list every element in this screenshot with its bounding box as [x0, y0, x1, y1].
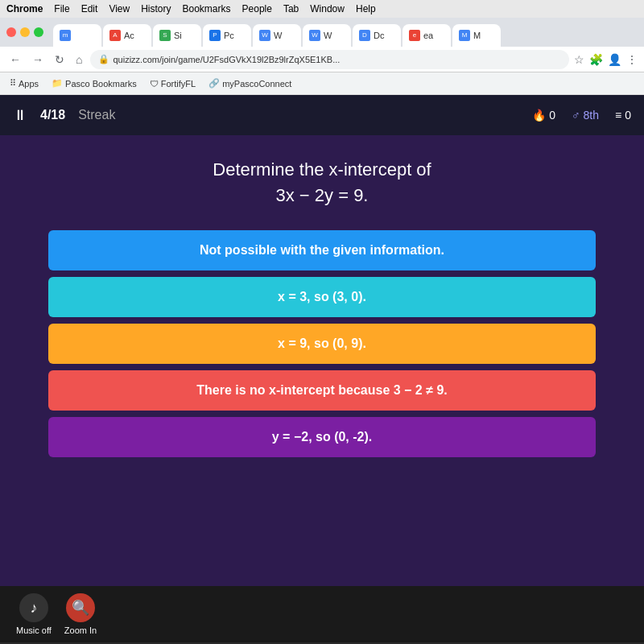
- tab-icon-w2: W: [309, 30, 320, 41]
- bookmark-pasco[interactable]: 📁 Pasco Bookmarks: [48, 76, 140, 90]
- fortify-label: FortifyFL: [161, 79, 196, 89]
- tab-icon-pc: P: [209, 30, 221, 41]
- tab-pc[interactable]: P Pc: [203, 24, 251, 47]
- answers-container: Not possible with the given information.…: [48, 230, 596, 457]
- pause-button[interactable]: ⏸: [13, 107, 27, 124]
- apps-icon: ⠿: [10, 78, 16, 89]
- maximize-button[interactable]: [34, 27, 43, 37]
- app-name: Chrome: [6, 3, 43, 14]
- tab-icon-dc: D: [359, 30, 370, 41]
- chrome-titlebar: m A Ac S Si P Pc W W W W D: [0, 18, 644, 47]
- tab-m[interactable]: m: [53, 24, 101, 47]
- menu-edit[interactable]: Edit: [81, 3, 98, 14]
- score-value: 0: [625, 109, 631, 122]
- tab-ac[interactable]: A Ac: [103, 24, 151, 47]
- answer-button-c[interactable]: x = 9, so (0, 9).: [48, 324, 596, 364]
- bottom-bar: ♪ Music off 🔍 Zoom In: [0, 586, 644, 642]
- bookmark-fortify[interactable]: 🛡 FortifyFL: [147, 77, 199, 90]
- tab-m2[interactable]: M M: [452, 24, 501, 47]
- star-icon[interactable]: ☆: [574, 53, 584, 66]
- bookmark-apps[interactable]: ⠿ Apps: [6, 76, 42, 90]
- tab-si[interactable]: S Si: [153, 24, 201, 47]
- answer-button-e[interactable]: y = −2, so (0, -2).: [48, 417, 596, 457]
- menu-bookmarks[interactable]: Bookmarks: [183, 3, 231, 14]
- grade-text: 8th: [584, 109, 599, 122]
- zoom-wrapper: 🔍 Zoom In: [64, 593, 97, 635]
- answer-button-a[interactable]: Not possible with the given information.: [48, 230, 596, 270]
- fortify-icon: 🛡: [150, 79, 159, 89]
- streak-icon: 🔥: [532, 109, 546, 122]
- folder-icon: 📁: [52, 78, 63, 89]
- address-bar: ← → ↻ ⌂ 🔒 quizizz.com/join/game/U2FsdGVk…: [0, 47, 644, 72]
- reload-button[interactable]: ↻: [52, 52, 68, 68]
- menu-help[interactable]: Help: [356, 3, 376, 14]
- address-icons: ☆ 🧩 👤 ⋮: [574, 53, 638, 66]
- close-button[interactable]: [6, 27, 16, 37]
- quizizz-content: ⏸ 4/18 Streak 🔥 0 ♂ 8th ≡ 0: [0, 95, 644, 642]
- question-counter: 4/18: [40, 108, 65, 122]
- more-icon[interactable]: ⋮: [626, 53, 638, 66]
- tab-icon-m2: M: [459, 30, 470, 41]
- grade-icon: ♂: [572, 109, 580, 122]
- mypasco-label: myPascoConnect: [222, 79, 291, 89]
- music-icon: ♪: [19, 593, 48, 622]
- answer-button-d[interactable]: There is no x-intercept because 3 − 2 ≠ …: [48, 370, 596, 411]
- zoom-label: Zoom In: [64, 625, 97, 635]
- address-input[interactable]: 🔒 quizizz.com/join/game/U2FsdGVkX19l2Bz9…: [90, 50, 569, 69]
- tab-icon-si: S: [159, 30, 171, 41]
- grade-badge: ♂ 8th: [572, 109, 599, 122]
- mac-menubar: Chrome File Edit View History Bookmarks …: [0, 0, 644, 18]
- mypasco-icon: 🔗: [208, 78, 220, 89]
- zoom-icon: 🔍: [72, 599, 89, 617]
- tab-icon-ac: A: [109, 30, 121, 41]
- bookmark-mypasco[interactable]: 🔗 myPascoConnect: [205, 76, 295, 90]
- streak-value: 0: [549, 109, 555, 122]
- minimize-button[interactable]: [20, 27, 30, 37]
- tab-icon-w1: W: [259, 30, 270, 41]
- traffic-lights: [6, 27, 43, 37]
- tab-icon-m: m: [60, 30, 71, 41]
- menu-history[interactable]: History: [141, 3, 171, 14]
- profile-icon[interactable]: 👤: [608, 53, 621, 66]
- pasco-label: Pasco Bookmarks: [65, 79, 137, 89]
- tab-icon-ea: e: [409, 30, 420, 41]
- score-icon: ≡: [615, 109, 621, 122]
- home-button[interactable]: ⌂: [72, 52, 85, 68]
- tab-w1[interactable]: W W: [253, 24, 301, 47]
- music-label: Music off: [16, 625, 52, 635]
- answer-button-b[interactable]: x = 3, so (3, 0).: [48, 277, 596, 317]
- tab-bar: m A Ac S Si P Pc W W W W D: [50, 18, 638, 47]
- chrome-window: m A Ac S Si P Pc W W W W D: [0, 18, 644, 642]
- back-button[interactable]: ←: [6, 52, 24, 68]
- question-line2: 3x − 2y = 9.: [213, 185, 431, 206]
- tab-dc[interactable]: D Dc: [353, 24, 401, 47]
- header-right: 🔥 0 ♂ 8th ≡ 0: [532, 109, 631, 122]
- bookmarks-bar: ⠿ Apps 📁 Pasco Bookmarks 🛡 FortifyFL 🔗 m…: [0, 72, 644, 95]
- quizizz-header: ⏸ 4/18 Streak 🔥 0 ♂ 8th ≡ 0: [0, 95, 644, 135]
- apps-label: Apps: [19, 79, 39, 89]
- tab-ea[interactable]: e ea: [402, 24, 451, 47]
- streak-count-display: 🔥 0: [532, 109, 555, 122]
- lock-icon: 🔒: [98, 54, 109, 64]
- zoom-button[interactable]: 🔍: [66, 593, 95, 622]
- music-button[interactable]: ♪ Music off: [16, 593, 52, 635]
- question-line1: Determine the x-intercept of: [213, 159, 431, 180]
- forward-button[interactable]: →: [29, 52, 47, 68]
- url-text: quizizz.com/join/game/U2FsdGVkX19l2Bz9lr…: [113, 55, 340, 64]
- menu-file[interactable]: File: [54, 3, 69, 14]
- question-text: Determine the x-intercept of 3x − 2y = 9…: [213, 159, 431, 206]
- extensions-icon[interactable]: 🧩: [589, 53, 603, 66]
- score-badge: ≡ 0: [615, 109, 631, 122]
- quiz-main: Determine the x-intercept of 3x − 2y = 9…: [0, 135, 644, 586]
- menu-window[interactable]: Window: [310, 3, 345, 14]
- tab-w2[interactable]: W W: [303, 24, 351, 47]
- streak-label: Streak: [78, 108, 115, 122]
- menu-tab[interactable]: Tab: [283, 3, 299, 14]
- menu-people[interactable]: People: [242, 3, 272, 14]
- menu-view[interactable]: View: [109, 3, 130, 14]
